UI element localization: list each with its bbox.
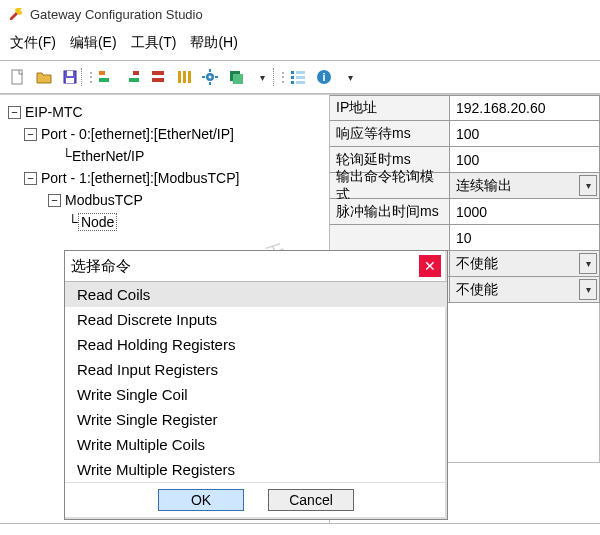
property-select[interactable]: 不使能▾ [450, 277, 600, 303]
tool-dropdown-icon[interactable]: ▾ [250, 65, 274, 89]
dialog-buttons: OK Cancel [65, 482, 447, 519]
new-icon[interactable] [6, 65, 30, 89]
svg-rect-0 [12, 70, 22, 84]
svg-rect-12 [188, 71, 191, 83]
tree-port0-label: Port - 0:[ethernet]:[EtherNet/IP] [41, 123, 234, 145]
command-option[interactable]: Write Multiple Registers [65, 457, 447, 482]
close-icon[interactable]: ✕ [419, 255, 441, 277]
svg-rect-20 [233, 74, 243, 84]
tree-port1[interactable]: − Port - 1:[ethernet]:[ModbusTCP] [4, 167, 325, 189]
tool-bars-icon[interactable] [172, 65, 196, 89]
tree-expander-icon[interactable]: − [24, 172, 37, 185]
property-value-text: 连续输出 [456, 177, 512, 195]
menubar: 文件(F) 编辑(E) 工具(T) 帮助(H) [0, 28, 600, 60]
window-title: Gateway Configuration Studio [30, 7, 203, 22]
svg-rect-23 [291, 76, 294, 79]
property-input[interactable]: 100 [450, 121, 600, 147]
app-icon [8, 6, 24, 22]
property-input[interactable]: 192.168.20.60 [450, 95, 600, 121]
svg-point-14 [209, 76, 212, 79]
command-option[interactable]: Read Holding Registers [65, 332, 447, 357]
svg-rect-3 [66, 78, 74, 83]
svg-rect-9 [152, 78, 164, 82]
property-value-text: 10 [456, 230, 472, 246]
svg-rect-21 [291, 71, 294, 74]
chevron-down-icon[interactable]: ▾ [579, 175, 597, 196]
ok-button[interactable]: OK [158, 489, 244, 511]
property-input[interactable]: 100 [450, 147, 600, 173]
command-option[interactable]: Read Coils [65, 282, 447, 307]
dialog-header: 选择命令 ✕ [65, 251, 447, 281]
tree-port0-child[interactable]: └EtherNet/IP [4, 145, 325, 167]
tree-root[interactable]: − EIP-MTC [4, 101, 325, 123]
tool-gear-icon[interactable] [198, 65, 222, 89]
tree-expander-icon[interactable]: − [8, 106, 21, 119]
tree-port1-label: Port - 1:[ethernet]:[ModbusTCP] [41, 167, 239, 189]
property-row: 响应等待ms100 [330, 121, 600, 147]
command-option[interactable]: Read Input Registers [65, 357, 447, 382]
svg-rect-25 [291, 81, 294, 84]
svg-rect-7 [129, 78, 139, 82]
tool-list-icon[interactable] [286, 65, 310, 89]
svg-rect-11 [183, 71, 186, 83]
save-icon[interactable] [58, 65, 82, 89]
property-select[interactable]: 连续输出▾ [450, 173, 600, 199]
command-option[interactable]: Read Discrete Inputs [65, 307, 447, 332]
command-option[interactable]: Write Single Register [65, 407, 447, 432]
command-option[interactable]: Write Multiple Coils [65, 432, 447, 457]
svg-rect-6 [133, 71, 139, 75]
svg-rect-4 [99, 71, 105, 75]
tool-align-right-icon[interactable] [120, 65, 144, 89]
tool-stack-icon[interactable] [146, 65, 170, 89]
tool-info-icon[interactable]: i [312, 65, 336, 89]
toolbar-separator-2: ⋮ [278, 66, 282, 88]
property-select[interactable]: 不使能▾ [450, 251, 600, 277]
tree-port0-child-label: EtherNet/IP [72, 148, 144, 164]
svg-rect-5 [99, 78, 109, 82]
svg-rect-10 [178, 71, 181, 83]
open-icon[interactable] [32, 65, 56, 89]
chevron-down-icon[interactable]: ▾ [579, 279, 597, 300]
command-option[interactable]: Write Single Coil [65, 382, 447, 407]
tree-node-label: Node [78, 213, 117, 231]
menu-tools[interactable]: 工具(T) [131, 34, 177, 52]
toolbar: ⋮ ▾ ⋮ i ▾ [0, 60, 600, 94]
tree-port1-child-label: ModbusTCP [65, 189, 143, 211]
property-value-text: 不使能 [456, 255, 498, 273]
tool-info-dropdown-icon[interactable]: ▾ [338, 65, 362, 89]
svg-rect-22 [296, 71, 305, 74]
dialog-list[interactable]: Read CoilsRead Discrete InputsRead Holdi… [65, 281, 447, 482]
property-input[interactable]: 10 [450, 225, 600, 251]
menu-help[interactable]: 帮助(H) [190, 34, 237, 52]
property-input[interactable]: 1000 [450, 199, 600, 225]
tree-node[interactable]: └Node [4, 211, 325, 233]
property-value-text: 不使能 [456, 281, 498, 299]
menu-edit[interactable]: 编辑(E) [70, 34, 117, 52]
tree-expander-icon[interactable]: − [48, 194, 61, 207]
property-label: IP地址 [330, 95, 450, 121]
tool-layers-icon[interactable] [224, 65, 248, 89]
chevron-down-icon[interactable]: ▾ [579, 253, 597, 274]
titlebar: Gateway Configuration Studio [0, 0, 600, 28]
tree-port0[interactable]: − Port - 0:[ethernet]:[EtherNet/IP] [4, 123, 325, 145]
tree-root-label: EIP-MTC [25, 101, 83, 123]
property-value-text: 1000 [456, 204, 487, 220]
svg-text:i: i [322, 71, 325, 83]
tree-expander-icon[interactable]: − [24, 128, 37, 141]
property-label: 脉冲输出时间ms [330, 199, 450, 225]
property-value-text: 100 [456, 152, 479, 168]
tree-port1-child[interactable]: − ModbusTCP [4, 189, 325, 211]
property-row: 10 [330, 225, 600, 251]
property-label: 输出命令轮询模式 [330, 173, 450, 199]
svg-rect-2 [67, 71, 73, 76]
toolbar-separator: ⋮ [86, 66, 90, 88]
tool-align-left-icon[interactable] [94, 65, 118, 89]
property-row: 脉冲输出时间ms1000 [330, 199, 600, 225]
svg-rect-24 [296, 76, 305, 79]
select-command-dialog: 选择命令 ✕ Read CoilsRead Discrete InputsRea… [64, 250, 448, 520]
cancel-button[interactable]: Cancel [268, 489, 354, 511]
property-row: 输出命令轮询模式连续输出▾ [330, 173, 600, 199]
svg-rect-8 [152, 71, 164, 75]
property-value-text: 100 [456, 126, 479, 142]
menu-file[interactable]: 文件(F) [10, 34, 56, 52]
